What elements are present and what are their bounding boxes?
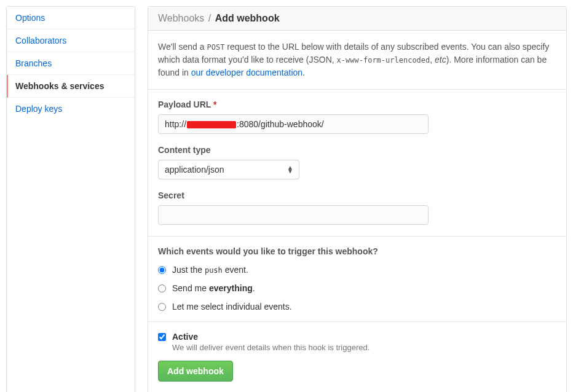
secret-input[interactable] bbox=[158, 205, 429, 225]
radio-just-push-label: Just the push event. bbox=[172, 265, 248, 275]
breadcrumb-parent: Webhooks bbox=[158, 13, 204, 23]
active-label-block: Active We will deliver event details whe… bbox=[172, 332, 369, 352]
developer-documentation-link[interactable]: our developer documentation bbox=[191, 68, 302, 77]
content-type-label: Content type bbox=[158, 145, 556, 155]
radio-individual-events[interactable] bbox=[158, 303, 166, 311]
main-panel: Webhooks / Add webhook We'll send a POST… bbox=[148, 6, 567, 392]
radio-individual-events-label: Let me select individual events. bbox=[172, 302, 292, 312]
webhook-description: We'll send a POST request to the URL bel… bbox=[158, 41, 556, 79]
radio-everything-label: Send me everything. bbox=[172, 283, 255, 293]
sidebar-item-deploy-keys[interactable]: Deploy keys bbox=[7, 98, 135, 120]
breadcrumb-separator: / bbox=[207, 13, 212, 23]
radio-just-push[interactable] bbox=[158, 266, 166, 274]
content-type-select[interactable]: application/json bbox=[158, 160, 299, 179]
events-heading: Which events would you like to trigger t… bbox=[158, 246, 556, 256]
breadcrumb: Webhooks / Add webhook bbox=[148, 7, 566, 31]
sidebar-item-webhooks-services[interactable]: Webhooks & services bbox=[7, 75, 135, 98]
secret-label: Secret bbox=[158, 190, 556, 200]
active-checkbox[interactable] bbox=[158, 333, 166, 341]
radio-everything[interactable] bbox=[158, 284, 166, 292]
divider bbox=[148, 89, 566, 90]
required-indicator: * bbox=[213, 100, 216, 109]
payload-url-input[interactable]: http://:8080/github-webhook/ bbox=[158, 114, 429, 134]
payload-url-label: Payload URL * bbox=[158, 100, 556, 109]
sidebar-item-collaborators[interactable]: Collaborators bbox=[7, 29, 135, 52]
redacted-host bbox=[187, 121, 236, 128]
divider bbox=[148, 236, 566, 237]
sidebar-item-branches[interactable]: Branches bbox=[7, 52, 135, 75]
settings-sidebar: Options Collaborators Branches Webhooks … bbox=[6, 6, 135, 392]
breadcrumb-current: Add webhook bbox=[215, 13, 280, 23]
active-description: We will deliver event details when this … bbox=[172, 343, 369, 352]
sidebar-item-options[interactable]: Options bbox=[7, 7, 135, 29]
active-title: Active bbox=[172, 332, 369, 342]
add-webhook-button[interactable]: Add webhook bbox=[158, 361, 233, 382]
divider bbox=[148, 321, 566, 322]
